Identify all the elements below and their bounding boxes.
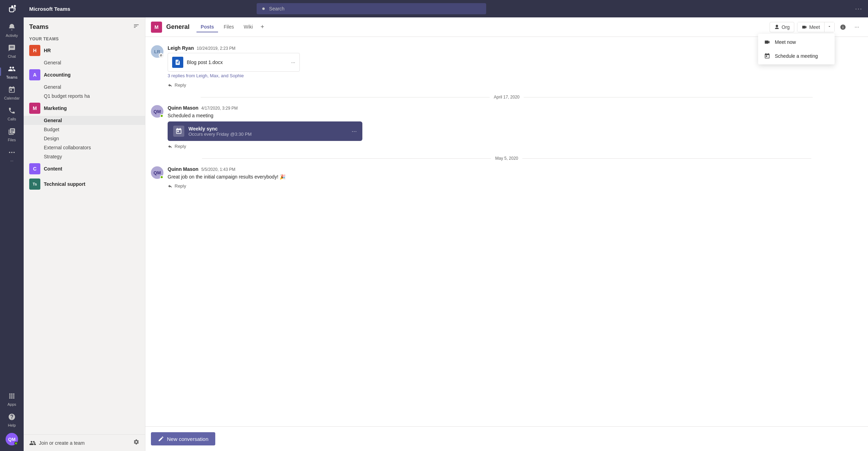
- calendar-label: Calendar: [4, 96, 20, 100]
- reply-button-2[interactable]: Reply: [168, 182, 862, 190]
- calendar-meeting-icon: [175, 128, 182, 135]
- svg-point-2: [14, 152, 15, 153]
- reply-icon: [168, 83, 172, 88]
- meeting-more-button[interactable]: ···: [352, 128, 357, 135]
- sidebar-item-teams[interactable]: Teams: [0, 61, 24, 82]
- qm-avatar-1: QM: [151, 105, 163, 118]
- sidebar-item-chat[interactable]: Chat: [0, 40, 24, 61]
- meet-now-item[interactable]: Meet now: [758, 35, 835, 49]
- qm-avatar-2: QM: [151, 166, 163, 179]
- meeting-info: Weekly sync Occurs every Friday @3:30 PM: [188, 126, 347, 137]
- team-group-content: C Content ···: [24, 161, 145, 176]
- sidebar-item-calendar[interactable]: Calendar: [0, 82, 24, 103]
- app-logo: [6, 3, 18, 15]
- tab-files[interactable]: Files: [219, 22, 238, 32]
- qm1-time: 4/17/2020, 3:29 PM: [201, 106, 238, 111]
- search-icon: [261, 6, 266, 11]
- replies-link[interactable]: 3 replies from Leigh, Max, and Sophie: [168, 72, 862, 80]
- reply-icon-1: [168, 144, 172, 149]
- svg-point-0: [9, 152, 10, 153]
- tab-posts[interactable]: Posts: [196, 22, 218, 32]
- calls-icon: [7, 106, 17, 116]
- sidebar-item-files[interactable]: Files: [0, 124, 24, 145]
- new-conversation-button[interactable]: New conversation: [151, 432, 215, 445]
- team-row-hr[interactable]: H HR ···: [24, 43, 145, 58]
- channel-marketing-external[interactable]: External collaborators: [24, 143, 145, 152]
- add-tab-button[interactable]: +: [258, 21, 266, 33]
- reply-icon-2: [168, 184, 172, 189]
- schedule-meeting-label: Schedule a meeting: [775, 53, 818, 59]
- file-card: Blog post 1.docx ···: [168, 53, 300, 72]
- lr-avatar: LR ⊘: [151, 45, 163, 58]
- icon-rail: Activity Chat Teams Calendar Calls Files: [0, 0, 24, 451]
- channel-marketing-strategy[interactable]: Strategy: [24, 152, 145, 161]
- header-actions: Org Meet: [770, 22, 862, 33]
- team-row-accounting[interactable]: A Accounting ···: [24, 67, 145, 82]
- top-more-button[interactable]: ···: [855, 5, 862, 13]
- hr-team-name: HR: [44, 48, 131, 53]
- sidebar-item-calls[interactable]: Calls: [0, 103, 24, 124]
- tab-wiki[interactable]: Wiki: [240, 22, 257, 32]
- file-more-button[interactable]: ···: [291, 60, 295, 65]
- channel-team-avatar: M: [151, 22, 162, 33]
- teams-label: Teams: [6, 75, 17, 79]
- settings-icon[interactable]: [133, 439, 139, 447]
- meeting-card: Weekly sync Occurs every Friday @3:30 PM…: [168, 121, 362, 141]
- qm2-text: Great job on the initial campaign result…: [168, 173, 862, 181]
- hr-avatar: H: [29, 45, 40, 56]
- channel-marketing-general[interactable]: General: [24, 116, 145, 125]
- new-conversation-bar: New conversation: [145, 426, 868, 451]
- help-label: Help: [8, 423, 16, 427]
- messages-area: LR ⊘ Leigh Ryan 10/24/2019, 2:23 PM: [145, 37, 868, 426]
- files-label: Files: [8, 138, 16, 142]
- search-bar[interactable]: [257, 3, 486, 14]
- channel-hr-general[interactable]: General: [24, 58, 145, 67]
- chat-label: Chat: [8, 54, 16, 58]
- team-row-techsupport[interactable]: Ts Technical support ···: [24, 176, 145, 192]
- channel-marketing-budget[interactable]: Budget: [24, 125, 145, 134]
- header-more-button[interactable]: ···: [851, 22, 862, 33]
- team-group-hr: H HR ··· General: [24, 43, 145, 67]
- calendar-icon: [7, 85, 17, 95]
- reply-button-1[interactable]: Reply: [168, 142, 862, 150]
- channel-marketing-design[interactable]: Design: [24, 134, 145, 143]
- apps-label: Apps: [7, 402, 16, 406]
- techsupport-avatar: Ts: [29, 179, 40, 190]
- sidebar-item-activity[interactable]: Activity: [0, 19, 24, 40]
- sidebar-item-more[interactable]: ···: [0, 145, 24, 166]
- channel-accounting-general[interactable]: General: [24, 82, 145, 92]
- schedule-meeting-item[interactable]: Schedule a meeting: [758, 49, 835, 63]
- help-icon: [7, 412, 17, 422]
- marketing-team-name: Marketing: [44, 105, 131, 111]
- apps-icon: [7, 391, 17, 401]
- accounting-team-name: Accounting: [44, 72, 131, 78]
- channel-accounting-q1[interactable]: Q1 budget reports ha: [24, 92, 145, 101]
- org-icon: [774, 24, 780, 30]
- search-input[interactable]: [269, 6, 482, 11]
- sidebar-item-help[interactable]: Help: [0, 409, 24, 430]
- sidebar-item-apps[interactable]: Apps: [0, 388, 24, 409]
- app-title: Microsoft Teams: [29, 6, 70, 12]
- user-avatar[interactable]: QM: [6, 433, 18, 445]
- meet-button[interactable]: Meet: [797, 22, 824, 32]
- qm1-text: Scheduled a meeting: [168, 112, 862, 119]
- meet-now-label: Meet now: [775, 39, 796, 45]
- teams-icon: [7, 64, 17, 74]
- team-group-accounting: A Accounting ··· General Q1 budget repor…: [24, 67, 145, 101]
- channel-name: General: [166, 23, 190, 31]
- filter-icon[interactable]: [133, 23, 139, 31]
- reply-button-0[interactable]: Reply: [168, 81, 862, 89]
- bell-icon: [7, 22, 17, 32]
- info-button[interactable]: [837, 22, 849, 33]
- org-button[interactable]: Org: [770, 22, 794, 32]
- qm1-author: Quinn Mason: [168, 105, 199, 111]
- date-divider-april: April 17, 2020: [145, 92, 868, 102]
- meet-dropdown: Meet now Schedule a meeting: [758, 34, 835, 64]
- more-label: ···: [10, 159, 13, 163]
- team-row-marketing[interactable]: M Marketing ···: [24, 101, 145, 116]
- sidebar-title: Teams: [29, 23, 49, 31]
- meet-dropdown-toggle[interactable]: [824, 22, 834, 32]
- join-create-team-button[interactable]: Join or create a team: [29, 440, 130, 446]
- team-row-content[interactable]: C Content ···: [24, 161, 145, 176]
- team-group-techsupport: Ts Technical support ···: [24, 176, 145, 192]
